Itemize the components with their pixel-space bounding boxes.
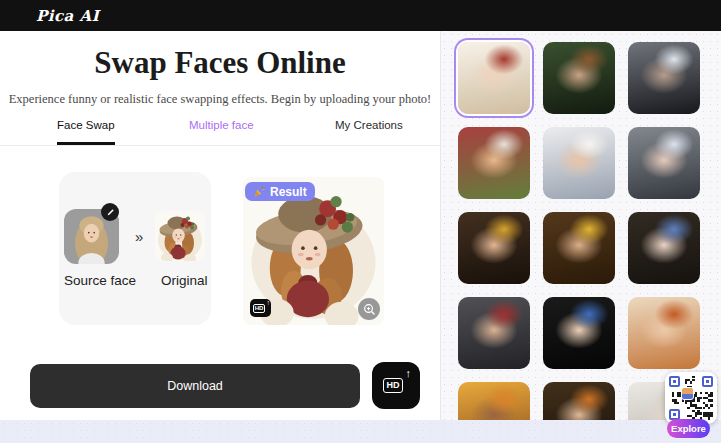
page-title: Swap Faces Online (0, 45, 440, 81)
zoom-in-icon[interactable] (358, 298, 380, 320)
main-section: Swap Faces Online Experience funny or re… (0, 31, 440, 420)
gallery-thumb-yellow-off-shoulder-gown[interactable] (543, 212, 615, 284)
result-badge-label: Result (270, 185, 307, 199)
top-navbar: Pica AI (0, 0, 721, 31)
tab-face-swap[interactable]: Face Swap (57, 119, 115, 145)
tab-multiple-face[interactable]: Multiple face (189, 119, 254, 142)
gallery-thumb-young-man-red-suit[interactable] (458, 297, 530, 369)
brand-logo[interactable]: Pica AI (36, 7, 99, 25)
tab-my-creations[interactable]: My Creations (335, 119, 403, 142)
gallery-thumb-yellow-gown-reading-book[interactable] (458, 212, 530, 284)
gallery-thumb-forest-princess-with-deer[interactable] (543, 42, 615, 114)
original-image-thumbnail[interactable] (155, 211, 205, 261)
gallery-thumb-cheerleader-stadium[interactable] (458, 127, 530, 199)
page-subtitle: Experience funny or realistic face swapp… (0, 92, 440, 107)
result-badge: Result (245, 182, 315, 201)
gallery-grid (458, 42, 708, 420)
result-image: Result HD ↑ (243, 177, 384, 325)
source-face-label: Source face (64, 273, 136, 288)
explore-button[interactable]: Explore (667, 419, 710, 438)
gallery-thumb-floral-hat-victorian-girl[interactable] (458, 42, 530, 114)
gallery-thumb-autumn-redhead-portrait[interactable] (628, 297, 700, 369)
gallery-thumb-autumn-golden-leaves-woman[interactable] (458, 382, 530, 420)
gallery-thumb-white-beanie-winter-girl[interactable] (543, 127, 615, 199)
gallery-thumb-pearl-earring-girl[interactable] (543, 297, 615, 369)
download-button[interactable]: Download (30, 364, 360, 408)
face-pair-panel: » Source face Original (59, 172, 211, 325)
gallery-thumb-blue-victorian-gown[interactable] (628, 212, 700, 284)
gallery-thumb-snowfall-pale-portrait[interactable] (628, 127, 700, 199)
hd-download-button[interactable]: HD ↑ (372, 362, 420, 409)
qr-code (665, 372, 717, 424)
edit-source-button[interactable] (101, 203, 119, 221)
template-gallery-panel (440, 31, 721, 420)
pencil-icon (106, 208, 115, 217)
gallery-thumb-dark-curls-snow-portrait[interactable] (628, 42, 700, 114)
bottom-band (0, 420, 721, 443)
hd-upscale-icon[interactable]: HD ↑ (250, 299, 271, 317)
qr-center-sticker (681, 387, 694, 400)
gallery-thumb-autumn-leaf-crown-woman[interactable] (543, 382, 615, 420)
swap-direction-arrow: » (135, 228, 143, 245)
tab-bar: Face Swap Multiple face My Creations (0, 113, 440, 146)
original-label: Original (161, 273, 208, 288)
page: Pica AI Swap Faces Online Experience fun… (0, 0, 721, 443)
party-popper-icon (253, 185, 266, 198)
